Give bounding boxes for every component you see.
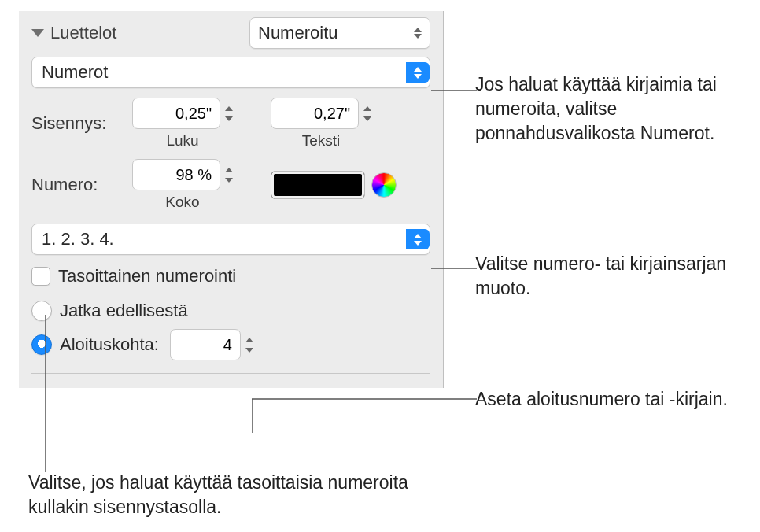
- number-color-group: [271, 171, 397, 199]
- start-at-label: Aloituskohta:: [60, 334, 159, 355]
- chevron-down-icon[interactable]: [31, 29, 44, 37]
- color-picker-icon[interactable]: [371, 172, 397, 198]
- stepper-buttons[interactable]: [245, 338, 253, 353]
- divider: [31, 373, 430, 374]
- list-type-value: Numeroitu: [258, 23, 338, 43]
- tiered-numbering-checkbox[interactable]: [31, 267, 50, 286]
- indent-text-field[interactable]: [271, 98, 359, 129]
- number-row: Numero: Koko: [31, 159, 430, 211]
- callout-tiered: Valitse, jos haluat käyttää tasoittaisia…: [28, 471, 437, 519]
- callout-number-style: Jos haluat käyttää kirjaimia tai numeroi…: [475, 72, 751, 146]
- continue-radio[interactable]: [31, 301, 52, 321]
- popup-arrows-icon: [406, 62, 430, 83]
- number-size-group: Koko: [132, 159, 233, 211]
- indent-label: Sisennys:: [31, 113, 124, 134]
- section-title: Luettelot: [50, 23, 243, 43]
- indent-text-group: Teksti: [271, 98, 371, 150]
- popup-arrows-icon: [406, 229, 430, 249]
- sequence-format-popup[interactable]: 1. 2. 3. 4.: [31, 224, 430, 255]
- list-type-popup[interactable]: Numeroitu: [249, 17, 430, 49]
- section-header: Luettelot Numeroitu: [31, 17, 430, 49]
- indent-number-sublabel: Luku: [166, 132, 198, 150]
- indent-number-group: Luku: [132, 98, 233, 150]
- start-at-field[interactable]: [170, 329, 241, 360]
- number-style-popup[interactable]: Numerot: [31, 57, 430, 88]
- popup-arrows-icon: [414, 28, 422, 39]
- number-style-value: Numerot: [40, 62, 108, 83]
- number-label: Numero:: [31, 175, 124, 195]
- callout-sequence-format: Valitse numero- tai kirjainsarjan muoto.: [475, 252, 751, 301]
- indent-row: Sisennys: Luku Teksti: [31, 98, 430, 150]
- stepper-buttons[interactable]: [363, 106, 371, 121]
- number-size-sublabel: Koko: [165, 194, 199, 211]
- color-well[interactable]: [271, 171, 365, 199]
- number-size-field[interactable]: [132, 159, 220, 190]
- stepper-buttons[interactable]: [225, 168, 233, 183]
- stepper-buttons[interactable]: [225, 106, 233, 121]
- indent-number-field[interactable]: [132, 98, 220, 129]
- sequence-format-value: 1. 2. 3. 4.: [40, 229, 114, 249]
- continue-label: Jatka edellisestä: [60, 301, 188, 321]
- tiered-numbering-row: Tasoittainen numerointi: [31, 266, 430, 286]
- callout-start-at: Aseta aloitusnumero tai -kirjain.: [475, 387, 751, 412]
- tiered-numbering-label: Tasoittainen numerointi: [58, 266, 236, 286]
- continue-row: Jatka edellisestä: [31, 301, 430, 321]
- indent-text-sublabel: Teksti: [302, 132, 341, 150]
- inspector-panel: Luettelot Numeroitu Numerot Sisennys: Lu…: [19, 11, 444, 388]
- start-at-radio[interactable]: [31, 334, 52, 355]
- start-at-row: Aloituskohta:: [31, 329, 430, 360]
